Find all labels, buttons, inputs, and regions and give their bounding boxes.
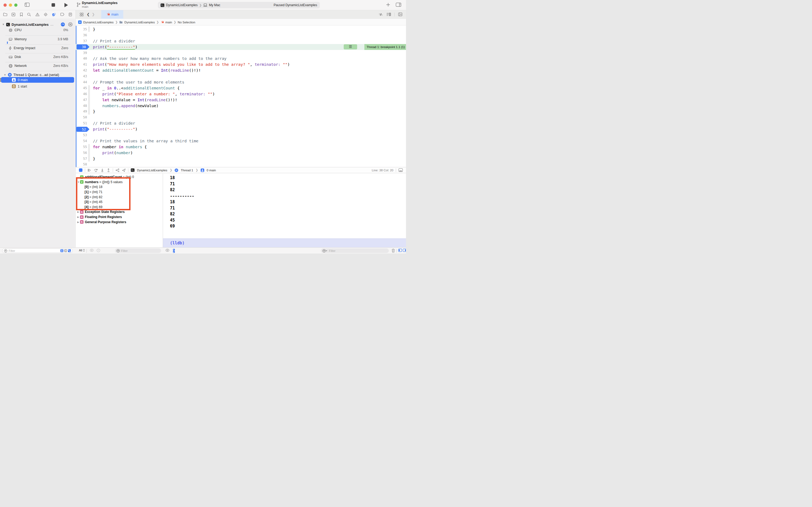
code-line-56[interactable]: 56 print(number) [76, 150, 406, 156]
toggle-inspector-icon[interactable] [396, 3, 401, 7]
debugbar-crumb-process[interactable]: DynamicListExamples [137, 169, 167, 172]
line-number[interactable]: 57 [76, 157, 87, 161]
simulate-location-icon[interactable] [122, 168, 126, 172]
show-variables-view-icon[interactable] [398, 249, 402, 252]
line-number[interactable]: 39 [76, 51, 87, 55]
line-number[interactable]: 41 [76, 63, 87, 66]
gauge-disk[interactable]: Disk Zero KB/s [0, 55, 75, 59]
step-into-button[interactable] [101, 168, 104, 172]
adjust-editor-options-icon[interactable] [387, 13, 391, 16]
code-line-35[interactable]: 35} [76, 26, 406, 32]
jumpbar-group[interactable]: DynamicListExamples [124, 21, 155, 24]
step-over-button[interactable] [94, 168, 98, 172]
line-number[interactable]: 51 [76, 121, 87, 125]
view-memory-eye-icon[interactable] [90, 249, 94, 252]
code-review-icon[interactable] [379, 13, 383, 16]
variable-row[interactable]: ▶RFloating Point Registers [76, 215, 163, 220]
line-number[interactable]: 58 [76, 163, 87, 166]
console-view[interactable]: 187182----------1871824569 (lldb) [163, 173, 406, 247]
line-number[interactable]: 46 [76, 92, 87, 96]
code-line-42[interactable]: 42let additionalElementCount = Int(readL… [76, 67, 406, 73]
variable-row[interactable]: ▶RGeneral Purpose Registers [76, 219, 163, 225]
breakpoint-indicator[interactable]: 52 [76, 127, 90, 132]
code-line-55[interactable]: 55for number in numbers { [76, 144, 406, 150]
gauge-memory[interactable]: Memory 3.9 MB [0, 37, 75, 42]
line-number[interactable]: 50 [76, 115, 87, 119]
gauge-energy[interactable]: Energy Impact Zero [0, 46, 75, 51]
code-line-54[interactable]: 54// Print the values in the array a thi… [76, 138, 406, 144]
scheme-destination[interactable]: My Mac [209, 3, 220, 7]
bookmark-navigator-icon[interactable] [20, 13, 23, 16]
line-number[interactable]: 56 [76, 151, 87, 155]
line-number[interactable]: 35 [76, 27, 87, 31]
line-number[interactable]: 49 [76, 110, 87, 113]
console-eye-icon[interactable] [165, 249, 169, 252]
step-out-button[interactable] [107, 168, 110, 172]
line-number[interactable]: 36 [76, 33, 87, 37]
zoom-window-button[interactable] [14, 3, 17, 7]
continue-button[interactable] [88, 168, 91, 172]
code-line-41[interactable]: 41print("How many more elements would yo… [76, 61, 406, 67]
performance-gauge-icon[interactable] [61, 22, 65, 26]
code-line-43[interactable]: 43 [76, 73, 406, 79]
run-button[interactable] [64, 3, 68, 7]
breakpoint-indicator[interactable]: 38 [76, 44, 90, 49]
code-line-49[interactable]: 49} [76, 109, 406, 114]
toggle-debug-area-icon[interactable] [399, 168, 403, 172]
scheme-selector[interactable]: >_ DynamicListExamples ❯ My Mac Paused D… [158, 2, 320, 8]
stack-frame-main[interactable]: 0 main [1, 77, 74, 83]
line-number[interactable]: 40 [76, 57, 87, 60]
project-navigator-icon[interactable] [3, 13, 7, 16]
filter-mode-running-icon[interactable] [60, 249, 63, 252]
breakpoint-navigator-icon[interactable] [60, 13, 64, 16]
code-line-57[interactable]: 57} [76, 156, 406, 162]
gauge-cpu[interactable]: CPU 0% [0, 27, 75, 33]
close-window-button[interactable] [3, 3, 7, 7]
code-line-51[interactable]: 51// Print a divider [76, 120, 406, 126]
navigator-filter-field[interactable]: Filter [2, 248, 73, 253]
code-line-45[interactable]: 45for _ in 0..<additionalElementCount { [76, 85, 406, 91]
code-line-36[interactable]: 36 [76, 32, 406, 38]
tab-main[interactable]: main [101, 10, 123, 19]
breakpoints-toggle-button[interactable] [79, 168, 82, 172]
find-navigator-icon[interactable] [27, 13, 31, 16]
code-line-44[interactable]: 44// Prompt the user to add more element… [76, 79, 406, 85]
line-number[interactable]: 44 [76, 80, 87, 84]
variables-filter-field[interactable]: Filter [115, 248, 161, 253]
test-navigator-icon[interactable] [44, 13, 48, 16]
jumpbar-selection[interactable]: No Selection [178, 21, 195, 24]
editor-grid-icon[interactable] [80, 13, 83, 16]
console-filter-field[interactable]: Filter [321, 248, 389, 253]
line-number[interactable]: 37 [76, 39, 87, 43]
source-control-navigator-icon[interactable] [11, 13, 15, 16]
issue-navigator-icon[interactable] [36, 13, 40, 16]
thread-row[interactable]: ▼ Thread 1 Queue: c...ad (serial) [0, 72, 75, 77]
line-number[interactable]: 47 [76, 98, 87, 102]
process-row[interactable]: ▼ >_ DynamicListExamples … [0, 22, 75, 27]
debug-navigator-icon[interactable] [52, 12, 56, 16]
gauge-network[interactable]: Network Zero KB/s [0, 63, 75, 68]
breakpoint-annotation-menu[interactable]: ☰ [344, 44, 357, 49]
code-line-58[interactable]: 58 [76, 161, 406, 167]
go-forward-icon[interactable]: ❯ [92, 12, 95, 16]
chevron-down-icon[interactable]: ▼ [4, 73, 6, 76]
stop-button[interactable] [52, 3, 55, 7]
code-line-53[interactable]: 53 [76, 132, 406, 138]
jumpbar-project[interactable]: DynamicListExamples [83, 21, 114, 24]
stack-frame-start[interactable]: 1 start [1, 83, 74, 89]
line-number[interactable]: 54 [76, 139, 87, 143]
code-line-40[interactable]: 40// Ask the user how many more numbers … [76, 56, 406, 61]
debugbar-crumb-frame[interactable]: 0 main [207, 169, 216, 172]
code-line-48[interactable]: 48 numbers.append(newValue) [76, 103, 406, 109]
report-navigator-icon[interactable] [69, 13, 72, 16]
show-console-view-icon[interactable] [403, 249, 406, 252]
info-icon[interactable] [97, 249, 100, 252]
console-mode-icon[interactable] [172, 249, 175, 253]
code-line-50[interactable]: 50 [76, 114, 406, 120]
scheme-target[interactable]: DynamicListExamples [166, 3, 197, 7]
code-line-39[interactable]: 39 [76, 50, 406, 56]
line-number[interactable]: 48 [76, 104, 87, 108]
code-line-37[interactable]: 37// Print a divider [76, 38, 406, 44]
variables-scope-selector[interactable]: All [79, 249, 85, 252]
line-number[interactable]: 55 [76, 145, 87, 149]
